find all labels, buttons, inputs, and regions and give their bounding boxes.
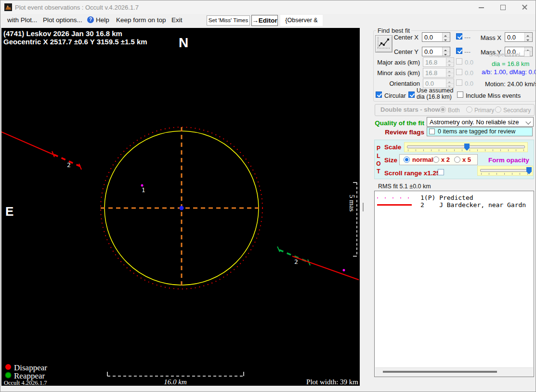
size-x2-radio[interactable] [433, 157, 439, 163]
orientation-spinner[interactable]: 0.0 [423, 78, 454, 88]
chevron-down-icon[interactable] [525, 119, 531, 124]
observations-listbox[interactable]: 1(P) Predicted 2 J Bardecker, near Gardn [374, 191, 534, 377]
orientation-up-icon[interactable] [446, 79, 454, 84]
center-y-checkbox[interactable] [456, 48, 462, 54]
observed-line-sample-icon [377, 204, 412, 206]
major-down-icon[interactable] [446, 63, 454, 67]
center-x-value[interactable]: 0.0 [424, 34, 433, 41]
list-item[interactable]: 1(P) Predicted [375, 194, 534, 201]
major-axis-label: Major axis (km) [371, 59, 420, 66]
circular-checkbox[interactable] [376, 91, 382, 98]
menu-exit[interactable]: Exit [171, 16, 183, 24]
center-x-checkbox[interactable] [456, 33, 462, 39]
mass-x-spinner[interactable]: 0.0 [505, 32, 533, 42]
center-y-down-icon[interactable] [443, 52, 450, 56]
scale-slider[interactable] [404, 142, 528, 152]
motion-text: Motion: 24.00 km/s [485, 80, 536, 88]
review-flags-checkbox[interactable] [429, 129, 435, 134]
center-y-dash: --- [464, 48, 471, 55]
orientation-flag-checkbox[interactable] [456, 79, 462, 86]
quality-combobox[interactable]: Astrometry only. No reliable size [427, 117, 534, 127]
minor-axis-label: Minor axis (km) [371, 69, 420, 77]
review-flags-field: 0 items are tagged for review [427, 127, 533, 136]
size-x5-radio[interactable] [454, 157, 460, 163]
list-item[interactable]: 2 J Bardecker, near Gardn [375, 201, 534, 209]
scale-label: Scale [384, 144, 401, 151]
center-x-dash: --- [464, 34, 471, 41]
app-icon [4, 3, 12, 11]
double-both-radio[interactable] [440, 106, 446, 113]
occultation-plot: (4741) Leskov 2026 Jan 30 16.8 km Geocen… [1, 28, 360, 386]
close-button[interactable] [514, 0, 536, 14]
major-flag-value: 0.0 [465, 59, 473, 66]
find-best-fit-label: Find best fit [376, 27, 411, 34]
reappear-dot-icon [5, 372, 11, 378]
hscale-label: 16.0 km [164, 378, 187, 386]
mass-x-down-icon[interactable] [525, 38, 532, 42]
plot-letter-o: O [375, 160, 382, 168]
star1-point [141, 184, 144, 187]
menu-with-plot[interactable]: with Plot... [7, 16, 37, 24]
double-secondary-radio[interactable] [495, 106, 501, 113]
splitter-grip[interactable] [363, 203, 364, 211]
review-flags-text: 0 items are tagged for review [438, 128, 515, 135]
plot-letter-t: T [375, 168, 382, 175]
menu-keep-on-top[interactable]: Keep form on top [116, 16, 166, 24]
mass-x-value[interactable]: 0.0 [507, 34, 516, 41]
major-axis-spinner[interactable]: 16.8 [423, 57, 454, 67]
use-assumed-checkbox[interactable] [408, 91, 415, 98]
minor-axis-value: 16.8 [425, 69, 437, 77]
include-miss-checkbox[interactable] [457, 91, 463, 98]
major-flag-checkbox[interactable] [456, 58, 462, 65]
observer-time-label[interactable]: {Observer & time} [280, 15, 323, 26]
chord2-label-lower: 2 [294, 258, 298, 265]
set-miss-times-button[interactable]: Set 'Miss' Times [207, 15, 250, 26]
chord2-tick-lower-a [277, 247, 280, 252]
center-x-spinner[interactable]: 0.0 [422, 32, 450, 42]
minor-up-icon[interactable] [446, 68, 454, 73]
center-y-value[interactable]: 0.0 [424, 48, 433, 55]
minimize-button[interactable] [471, 0, 492, 14]
editor-button[interactable]: →Editor [251, 15, 278, 26]
use-assumed-label: Use assumed dia (16.8 km) [417, 88, 453, 100]
minor-axis-spinner[interactable]: 16.8 [423, 68, 454, 78]
orientation-value: 0.0 [425, 80, 434, 87]
maximize-button[interactable] [492, 0, 514, 14]
menu-plot-options[interactable]: Plot options... [43, 16, 82, 24]
help-icon[interactable]: ? [87, 16, 94, 23]
minor-flag-checkbox[interactable] [456, 69, 462, 75]
list-horizontal-scrollbar[interactable] [375, 367, 533, 377]
center-y-up-icon[interactable] [443, 47, 450, 52]
major-up-icon[interactable] [446, 58, 454, 63]
size-x2-label: x 2 [441, 156, 450, 163]
form-opacity-slider[interactable] [477, 166, 533, 176]
double-primary-radio[interactable] [466, 106, 472, 113]
double-both-label: Both [448, 107, 460, 114]
double-primary-label: Primary [474, 107, 494, 114]
center-x-down-icon[interactable] [443, 38, 450, 42]
menu-help[interactable]: Help [96, 16, 109, 24]
shape-model-checkbox[interactable] [524, 51, 530, 57]
size-label: Size [384, 157, 397, 164]
plot-width-label: Plot width: 39 km [306, 378, 358, 386]
list-scrollbar-thumb[interactable] [383, 371, 497, 373]
plot-canvas[interactable]: (4741) Leskov 2026 Jan 30 16.8 km Geocen… [1, 28, 360, 386]
double-secondary-label: Secondary [503, 107, 531, 114]
scroll-range-label: Scroll range x1.25 [384, 170, 440, 177]
scroll-range-checkbox[interactable] [438, 169, 444, 175]
minor-down-icon[interactable] [446, 73, 454, 78]
center-y-spinner[interactable]: 0.0 [422, 47, 450, 56]
observation-text: 1(P) Predicted [420, 194, 473, 201]
include-miss-label: Include Miss events [466, 92, 521, 99]
plot-letter-p: P [375, 144, 382, 152]
ab-dmag-text: a/b: 1.00, dMag: 0.00 [482, 68, 536, 76]
center-x-up-icon[interactable] [443, 33, 450, 38]
rms-fit-label: RMS fit 5.1 ±0.0 km [378, 183, 431, 190]
size-normal-radio[interactable] [404, 157, 410, 163]
mass-x-up-icon[interactable] [525, 33, 532, 38]
size-normal-label: normal [412, 156, 433, 163]
quality-value: Astrometry only. No reliable size [430, 118, 519, 126]
plot-letter-l: L [375, 152, 382, 160]
form-opacity-groove [480, 169, 530, 172]
center-y-label: Center Y [370, 48, 418, 55]
